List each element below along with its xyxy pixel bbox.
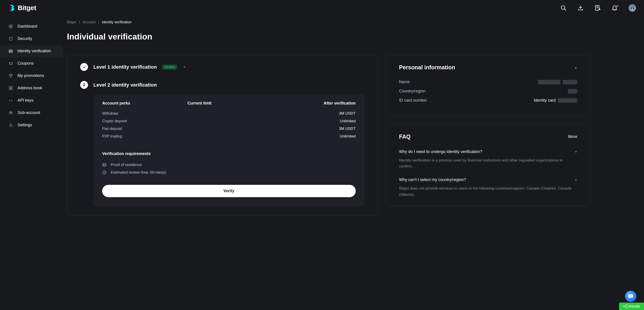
ticket-icon xyxy=(8,61,13,66)
level-2-block: 2 Level 2 identity verification Account … xyxy=(80,81,365,206)
svg-point-24 xyxy=(103,164,104,165)
svg-point-16 xyxy=(10,87,11,88)
faq-question-text: Why do I need to undergo identity verifi… xyxy=(399,149,482,154)
personal-info-card: Personal information ▲ Name Country/regi… xyxy=(386,55,590,116)
level-2-step-icon: 2 xyxy=(80,81,88,89)
svg-point-28 xyxy=(630,296,630,296)
compass-icon xyxy=(8,24,13,29)
perk-name: Withdraw xyxy=(102,111,188,116)
chevron-down-icon: ▼ xyxy=(574,178,577,181)
trophy-icon xyxy=(8,74,13,78)
perk-after: 3M USDT xyxy=(257,111,356,116)
sidebar-item-label: API keys xyxy=(18,98,34,103)
breadcrumb-sep: / xyxy=(79,20,80,24)
personal-info-header[interactable]: Personal information ▲ xyxy=(399,64,577,71)
sidebar-item-dashboard[interactable]: Dashboard xyxy=(0,20,63,32)
page-title: Individual verification xyxy=(67,32,630,41)
personal-value: Identity card xyxy=(534,98,577,103)
personal-row-name: Name xyxy=(399,77,577,87)
faq-item: Why can't I select my country/region? ▼ … xyxy=(399,177,577,197)
personal-label: Country/region xyxy=(399,89,426,93)
sidebar-item-security[interactable]: Security xyxy=(0,32,63,45)
verify-button[interactable]: Verify xyxy=(102,185,356,197)
svg-rect-5 xyxy=(631,8,632,9)
notification-icon[interactable] xyxy=(612,5,618,11)
orders-icon[interactable] xyxy=(594,5,601,11)
search-icon[interactable] xyxy=(560,5,566,11)
svg-point-10 xyxy=(10,50,10,51)
sidebar-item-sub-account[interactable]: Sub-account xyxy=(0,107,63,119)
sidebar-item-address-book[interactable]: Address book xyxy=(0,82,63,94)
perk-name: Fiat deposit xyxy=(102,126,188,131)
sidebar-item-settings[interactable]: Settings xyxy=(0,119,63,131)
faq-title: FAQ xyxy=(399,133,410,140)
sidebar: Dashboard Security Identity verification… xyxy=(0,16,63,215)
table-row: Crypto deposit Unlimited xyxy=(102,117,356,125)
perks-col-after: After verification xyxy=(257,101,356,106)
perk-current xyxy=(188,111,257,116)
sidebar-item-coupons[interactable]: Coupons xyxy=(0,57,63,69)
brand-logo[interactable]: Bitget xyxy=(8,3,36,12)
breadcrumb-account[interactable]: Account xyxy=(82,20,96,24)
faq-answer: Identity verification is a process used … xyxy=(399,157,577,169)
breadcrumb-sep: / xyxy=(98,20,99,24)
level-1-check-icon xyxy=(80,63,88,71)
chevron-down-icon: ▼ xyxy=(574,150,577,153)
faq-item: Why do I need to undergo identity verifi… xyxy=(399,149,577,169)
download-icon[interactable] xyxy=(577,5,584,11)
personal-info-title: Personal information xyxy=(399,64,455,71)
personal-value-redacted xyxy=(558,98,577,103)
chat-support-button[interactable] xyxy=(625,291,636,302)
id-type: Identity card xyxy=(534,98,556,103)
perk-current xyxy=(188,126,257,131)
perk-after: Unlimited xyxy=(257,119,356,123)
requirement-label: Estimated review time: 60 min(s) xyxy=(111,170,166,175)
faq-question-text: Why can't I select my country/region? xyxy=(399,177,466,182)
svg-point-21 xyxy=(11,112,12,113)
svg-point-22 xyxy=(10,124,12,126)
vconsole-button[interactable]: vConsole xyxy=(619,303,644,310)
perk-current xyxy=(188,119,257,123)
personal-value-redacted xyxy=(538,80,577,84)
perk-name: P2P trading xyxy=(102,134,188,139)
faq-question[interactable]: Why can't I select my country/region? ▼ xyxy=(399,177,577,182)
bitget-icon xyxy=(8,3,16,12)
level-2-title: Level 2 identity verification xyxy=(94,82,157,88)
svg-rect-9 xyxy=(9,50,12,52)
sidebar-item-identity[interactable]: Identity verification xyxy=(0,45,63,57)
verified-badge: Verified xyxy=(162,65,177,69)
faq-more-link[interactable]: More xyxy=(568,134,577,139)
sidebar-item-api-keys[interactable]: API keys xyxy=(0,94,63,107)
gear-icon xyxy=(8,123,13,127)
breadcrumb-root[interactable]: Bitget xyxy=(67,20,76,24)
avatar-headphones-icon xyxy=(630,6,634,10)
sidebar-item-label: Sub-account xyxy=(18,110,40,115)
shield-icon xyxy=(8,36,13,41)
level-1-block: Level 1 identity verification Verified ▼ xyxy=(80,63,365,71)
personal-row-country: Country/region xyxy=(399,87,577,96)
faq-card: FAQ More Why do I need to undergo identi… xyxy=(386,124,590,206)
document-icon xyxy=(102,163,107,167)
sidebar-item-label: Coupons xyxy=(18,61,34,66)
svg-point-20 xyxy=(10,111,11,113)
svg-point-29 xyxy=(630,296,631,296)
requirement-label: Proof of residence xyxy=(111,163,142,167)
verification-levels-card: Level 1 identity verification Verified ▼… xyxy=(67,55,378,215)
level-1-header[interactable]: Level 1 identity verification Verified ▼ xyxy=(80,63,365,71)
id-card-icon xyxy=(8,49,13,53)
sidebar-item-promotions[interactable]: My promotions xyxy=(0,69,63,82)
chat-icon xyxy=(628,294,634,299)
chevron-down-icon: ▼ xyxy=(183,65,186,69)
perk-name: Crypto deposit xyxy=(102,119,188,123)
perks-col-current: Current limit xyxy=(188,101,257,106)
brand-name: Bitget xyxy=(18,4,36,12)
faq-question[interactable]: Why do I need to undergo identity verifi… xyxy=(399,149,577,154)
avatar[interactable] xyxy=(628,4,636,12)
sidebar-item-label: Security xyxy=(18,36,32,41)
personal-row-id: ID card number Identity card xyxy=(399,96,577,105)
sidebar-item-label: Settings xyxy=(18,123,32,127)
faq-answer: Bitget does not provide services to user… xyxy=(399,185,577,197)
perks-col-perk: Account perks xyxy=(102,101,188,106)
sidebar-item-label: Identity verification xyxy=(18,49,51,53)
code-icon xyxy=(8,98,13,103)
